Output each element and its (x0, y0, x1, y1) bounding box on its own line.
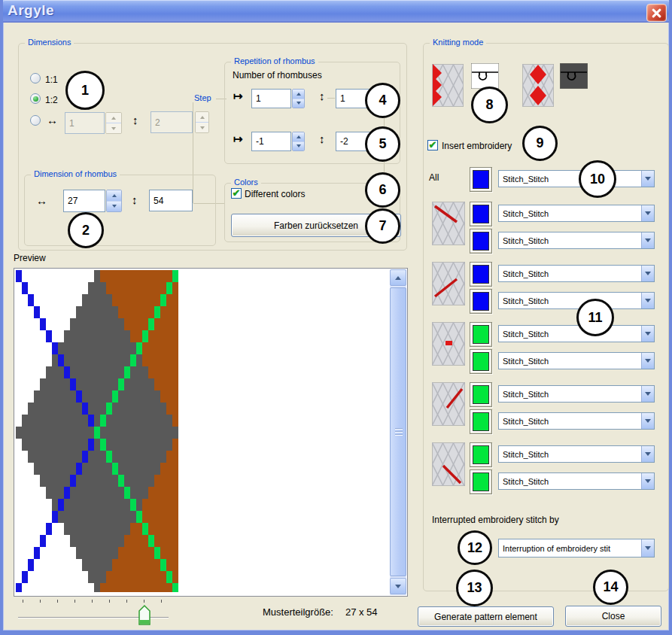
preview-label: Preview (14, 253, 46, 263)
stitch-dropdown[interactable]: Stitch_Stitch (498, 205, 655, 222)
yarn-color-swatch[interactable] (470, 409, 492, 434)
callout-5: 5 (365, 126, 400, 162)
vertical-arrow-icon: ↕ (319, 132, 325, 145)
stitch-dropdown[interactable]: Stitch_Stitch (498, 352, 655, 369)
stitch-dropdown[interactable]: Stitch_Stitch (498, 232, 655, 249)
insert-embroidery-checkbox[interactable]: ✔ (427, 140, 438, 150)
chevron-down-icon[interactable] (641, 293, 654, 308)
yarn-color-swatch[interactable] (470, 382, 492, 407)
pattern-size-value: 27 x 54 (345, 606, 378, 618)
chevron-down-icon[interactable] (641, 473, 654, 489)
vertical-arrow-icon: ↕ (132, 114, 138, 126)
all-stitch-dropdown[interactable]: Stitch_Stitch (498, 170, 655, 187)
chevron-down-icon[interactable] (641, 386, 654, 402)
custom-width-field[interactable]: 1 (65, 112, 105, 134)
mode-argyle-left-thumbnail[interactable] (432, 64, 464, 110)
number-of-rhombuses-label: Number of rhombuses (233, 70, 322, 81)
close-button[interactable]: Close (565, 606, 661, 627)
chevron-down-icon[interactable] (641, 205, 654, 221)
horizontal-arrow-icon: ↔ (36, 194, 47, 207)
close-icon[interactable] (646, 4, 667, 22)
callout-9: 9 (522, 126, 558, 161)
rhombus-side-thumbnail (432, 442, 465, 489)
chevron-down-icon[interactable] (641, 232, 654, 248)
yarn-color-swatch[interactable] (470, 469, 492, 494)
dimension-rhombus-group-label: Dimension of rhombus (31, 169, 120, 178)
different-colors-checkbox[interactable]: ✔ (231, 188, 242, 199)
chevron-down-icon[interactable] (641, 326, 654, 342)
yarn-color-swatch[interactable] (470, 442, 492, 467)
different-colors-label: Different colors (245, 189, 305, 199)
rhombus-width-spinner[interactable] (106, 190, 122, 212)
stitch-dropdown[interactable]: Stitch_Stitch (498, 292, 655, 309)
yarn-color-swatch[interactable] (470, 229, 492, 254)
yarn-color-swatch[interactable] (470, 202, 492, 226)
stitch-dropdown[interactable]: Stitch_Stitch (498, 265, 655, 282)
scroll-up-icon[interactable] (390, 269, 406, 286)
callout-6: 6 (365, 172, 400, 208)
callout-7: 7 (365, 208, 400, 244)
stitch-dropdown[interactable]: Stitch_Stitch (498, 385, 655, 403)
chevron-down-icon[interactable] (641, 171, 654, 187)
yarn-color-swatch[interactable] (470, 289, 492, 314)
vertical-arrow-icon: ↕ (319, 90, 325, 102)
stitch-dropdown[interactable]: Stitch_Stitch (498, 412, 655, 430)
step-label: Step (194, 93, 211, 102)
ratio-1-1-radio[interactable] (30, 73, 41, 84)
preview-pane[interactable] (14, 268, 408, 597)
all-color-swatch[interactable] (470, 167, 492, 192)
callout-8: 8 (471, 87, 508, 123)
callout-1: 1 (65, 71, 105, 110)
ratio-custom-radio[interactable] (30, 115, 41, 126)
check-icon: ✔ (233, 188, 241, 198)
stitch-dropdown[interactable]: Stitch_Stitch (498, 445, 655, 463)
yarn-color-swatch[interactable] (470, 262, 492, 287)
repetition-group-label: Repetition of rhombus (231, 56, 318, 65)
rhombus-height-field[interactable]: 54 (149, 190, 193, 211)
ratio-1-2-radio[interactable] (30, 93, 41, 104)
window-title: Argyle (8, 2, 54, 19)
chevron-down-icon[interactable] (641, 353, 654, 369)
title-bar[interactable]: Argyle (0, 0, 672, 23)
vertical-arrow-icon: ↕ (132, 193, 138, 206)
knitting-mode-group-label: Knitting mode (430, 38, 486, 47)
callout-4: 4 (365, 83, 400, 118)
rhombus-width-field[interactable]: 27 (63, 190, 105, 212)
colors-group-label: Colors (231, 178, 261, 187)
chevron-down-icon[interactable] (641, 413, 654, 429)
yarn-color-swatch[interactable] (470, 322, 492, 347)
scroll-down-icon[interactable] (390, 578, 406, 594)
rhombus-side-thumbnail (432, 262, 465, 308)
chevron-down-icon[interactable] (641, 446, 654, 462)
scrollbar-thumb[interactable] (390, 287, 406, 576)
maps-to-icon: ↦ (233, 132, 243, 146)
preview-scrollbar[interactable] (390, 269, 406, 595)
callout-10: 10 (579, 160, 616, 198)
repetition-row1-h-field[interactable]: 1 (251, 89, 291, 108)
rhombus-side-thumbnail (432, 382, 465, 429)
stitch-dropdown[interactable]: Stitch_Stitch (498, 325, 655, 342)
all-label: All (429, 172, 439, 183)
repetition-row1-spinner[interactable] (292, 89, 305, 108)
custom-height-spinner[interactable] (195, 111, 209, 133)
callout-12: 12 (458, 530, 492, 565)
rhombus-side-thumbnail (432, 202, 465, 248)
generate-pattern-button[interactable]: Generate pattern element (418, 606, 554, 627)
callout-11: 11 (576, 299, 614, 336)
custom-width-spinner[interactable] (105, 112, 122, 134)
chevron-down-icon[interactable] (641, 266, 654, 281)
repetition-row2-h-field[interactable]: -1 (251, 132, 291, 151)
yarn-color-swatch[interactable] (470, 349, 492, 374)
insert-embroidery-label: Insert embroidery (442, 141, 512, 151)
ratio-1-1-label: 1:1 (45, 74, 58, 85)
chevron-down-icon[interactable] (641, 539, 654, 557)
repetition-row2-spinner[interactable] (292, 132, 305, 151)
interruption-dropdown[interactable]: Interruption of embroidery stit (498, 539, 655, 558)
zoom-slider-thumb[interactable] (138, 604, 151, 627)
mode-argyle-full-thumbnail[interactable] (522, 64, 554, 110)
custom-height-field[interactable]: 2 (151, 111, 193, 133)
callout-13: 13 (456, 570, 493, 606)
stitch-dropdown[interactable]: Stitch_Stitch (498, 472, 655, 490)
maps-to-icon: ↦ (233, 90, 243, 103)
mode-stitch-dark-thumbnail[interactable] (560, 63, 588, 92)
